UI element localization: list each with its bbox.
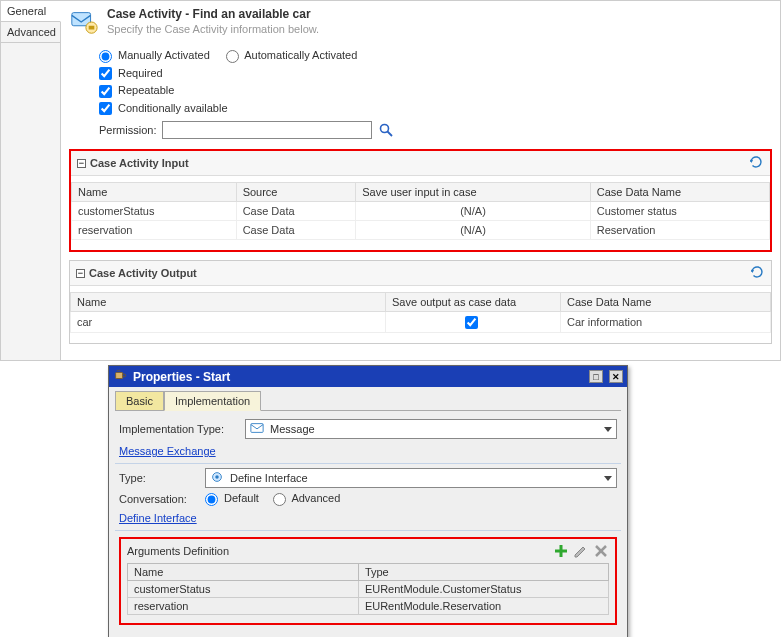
radio-auto-text: Automatically Activated xyxy=(244,49,357,61)
table-row[interactable]: car Car information xyxy=(71,312,771,333)
cell-casedata: Car information xyxy=(561,312,771,333)
tab-general[interactable]: General xyxy=(1,1,61,22)
coffee-cup-icon xyxy=(113,368,127,385)
col-name: Name xyxy=(72,183,237,202)
arguments-definition-block: Arguments Definition Name xyxy=(119,537,617,625)
radio-default-label[interactable]: Default xyxy=(205,492,259,506)
svg-point-10 xyxy=(215,475,219,479)
check-repeatable-label[interactable]: Repeatable xyxy=(99,84,174,98)
radio-default[interactable] xyxy=(205,493,218,506)
col-name: Name xyxy=(71,293,386,312)
collapse-icon[interactable]: − xyxy=(76,269,85,278)
cell-casedata: Reservation xyxy=(590,221,769,240)
case-activity-output-section: − Case Activity Output Name Save output … xyxy=(69,260,772,344)
case-activity-icon xyxy=(69,7,99,39)
table-row[interactable]: customerStatus Case Data (N/A) Customer … xyxy=(72,202,770,221)
chevron-down-icon xyxy=(604,427,612,432)
envelope-icon xyxy=(250,421,264,437)
cell-source: Case Data xyxy=(236,202,356,221)
radio-manual[interactable] xyxy=(99,50,112,63)
radio-default-text: Default xyxy=(224,492,259,504)
svg-point-3 xyxy=(381,125,389,133)
dlg-tab-implementation[interactable]: Implementation xyxy=(164,391,261,411)
properties-dialog: Properties - Start □ ✕ Basic Implementat… xyxy=(108,365,628,637)
output-table: Name Save output as case data Case Data … xyxy=(70,292,771,333)
input-section-title: Case Activity Input xyxy=(90,157,189,169)
args-cell-type: EURentModule.CustomerStatus xyxy=(358,580,608,597)
collapse-icon[interactable]: − xyxy=(77,159,86,168)
message-exchange-link[interactable]: Message Exchange xyxy=(115,443,621,459)
delete-icon[interactable] xyxy=(593,543,609,559)
cell-name: reservation xyxy=(72,221,237,240)
chevron-down-icon xyxy=(604,476,612,481)
check-required-label[interactable]: Required xyxy=(99,67,163,81)
type-combo[interactable]: Define Interface xyxy=(205,468,617,488)
type-value: Define Interface xyxy=(230,472,308,484)
define-interface-link[interactable]: Define Interface xyxy=(115,510,621,526)
cell-save xyxy=(386,312,561,333)
dlg-tab-basic[interactable]: Basic xyxy=(115,391,164,410)
col-save: Save user input in case xyxy=(356,183,590,202)
radio-auto[interactable] xyxy=(226,50,239,63)
check-required[interactable] xyxy=(99,67,112,80)
edit-icon[interactable] xyxy=(573,543,589,559)
check-conditional-label[interactable]: Conditionally available xyxy=(99,102,228,116)
table-row[interactable]: reservation EURentModule.Reservation xyxy=(128,597,609,614)
refresh-icon[interactable] xyxy=(749,264,765,282)
radio-manual-text: Manually Activated xyxy=(118,49,210,61)
impl-type-label: Implementation Type: xyxy=(119,423,239,435)
close-button[interactable]: ✕ xyxy=(609,370,623,383)
args-col-type: Type xyxy=(358,563,608,580)
radio-advanced[interactable] xyxy=(273,493,286,506)
check-repeatable-text: Repeatable xyxy=(118,84,174,96)
permission-input[interactable] xyxy=(162,121,372,139)
cell-name: car xyxy=(71,312,386,333)
type-label: Type: xyxy=(119,472,199,484)
svg-line-4 xyxy=(388,132,393,137)
conversation-label: Conversation: xyxy=(119,493,199,505)
impl-type-combo[interactable]: Message xyxy=(245,419,617,439)
cell-casedata: Customer status xyxy=(590,202,769,221)
save-output-checkbox[interactable] xyxy=(465,316,478,329)
check-conditional-text: Conditionally available xyxy=(118,102,227,114)
search-icon[interactable] xyxy=(378,122,394,138)
args-cell-name: customerStatus xyxy=(128,580,359,597)
interface-icon xyxy=(210,470,224,486)
table-row[interactable]: customerStatus EURentModule.CustomerStat… xyxy=(128,580,609,597)
cell-source: Case Data xyxy=(236,221,356,240)
permission-label: Permission: xyxy=(99,124,156,136)
svg-rect-2 xyxy=(89,26,95,30)
col-save: Save output as case data xyxy=(386,293,561,312)
radio-auto-label[interactable]: Automatically Activated xyxy=(226,49,358,63)
maximize-button[interactable]: □ xyxy=(589,370,603,383)
dialog-titlebar[interactable]: Properties - Start □ ✕ xyxy=(109,366,627,387)
tab-advanced[interactable]: Advanced xyxy=(1,22,60,43)
dialog-title: Properties - Start xyxy=(133,370,230,384)
svg-rect-8 xyxy=(251,424,263,433)
args-cell-type: EURentModule.Reservation xyxy=(358,597,608,614)
svg-rect-7 xyxy=(116,372,123,378)
impl-type-value: Message xyxy=(270,423,315,435)
cell-name: customerStatus xyxy=(72,202,237,221)
check-conditional[interactable] xyxy=(99,102,112,115)
page-subtitle: Specify the Case Activity information be… xyxy=(107,23,319,35)
svg-rect-12 xyxy=(555,549,567,552)
col-casedata: Case Data Name xyxy=(561,293,771,312)
check-required-text: Required xyxy=(118,67,163,79)
output-section-title: Case Activity Output xyxy=(89,267,197,279)
check-repeatable[interactable] xyxy=(99,85,112,98)
col-casedata: Case Data Name xyxy=(590,183,769,202)
cell-save: (N/A) xyxy=(356,202,590,221)
radio-advanced-text: Advanced xyxy=(291,492,340,504)
args-cell-name: reservation xyxy=(128,597,359,614)
add-icon[interactable] xyxy=(553,543,569,559)
case-activity-input-section: − Case Activity Input Name Source Save u… xyxy=(69,149,772,252)
page-title: Case Activity - Find an available car xyxy=(107,7,319,21)
col-source: Source xyxy=(236,183,356,202)
table-row[interactable]: reservation Case Data (N/A) Reservation xyxy=(72,221,770,240)
args-title: Arguments Definition xyxy=(127,545,229,557)
radio-advanced-label[interactable]: Advanced xyxy=(273,492,340,506)
radio-manual-label[interactable]: Manually Activated xyxy=(99,49,210,63)
refresh-icon[interactable] xyxy=(748,154,764,172)
args-col-name: Name xyxy=(128,563,359,580)
